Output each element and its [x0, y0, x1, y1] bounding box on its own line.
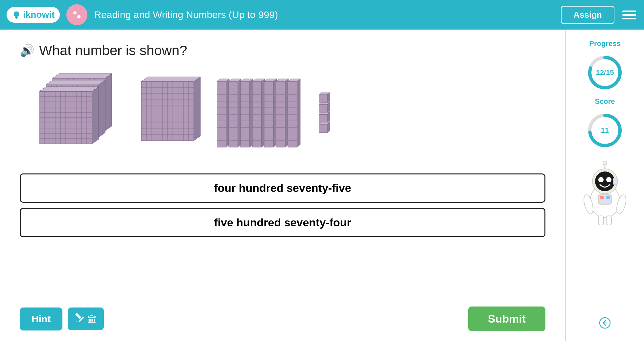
svg-marker-172 [297, 79, 300, 147]
svg-point-4 [77, 15, 80, 18]
svg-marker-46 [99, 80, 105, 137]
svg-marker-87 [141, 77, 200, 81]
svg-point-3 [73, 11, 77, 14]
svg-marker-184 [327, 122, 330, 133]
score-label: Score [595, 97, 615, 106]
svg-marker-181 [327, 112, 330, 123]
answer-choices: four hundred seventy-five five hundred s… [20, 173, 545, 237]
svg-point-196 [606, 177, 611, 182]
svg-marker-66 [39, 87, 99, 91]
svg-rect-1 [15, 17, 17, 18]
svg-marker-88 [194, 77, 200, 141]
hundreds-blocks [39, 72, 125, 157]
main-container: 🔊 What number is shown? [0, 30, 644, 341]
hamburger-line [622, 18, 636, 19]
bottom-bar: Hint 🏛 Submit [20, 300, 545, 331]
progress-label: Progress [589, 39, 620, 48]
pencil-icon [75, 313, 85, 323]
svg-rect-202 [606, 196, 610, 199]
question-text: What number is shown? [39, 43, 187, 58]
answer-option-2[interactable]: five hundred seventy-four [20, 208, 545, 237]
logo-text: iknowit [23, 10, 55, 20]
question-header: 🔊 What number is shown? [20, 43, 545, 58]
svg-rect-205 [598, 216, 604, 225]
svg-rect-173 [319, 95, 327, 103]
hamburger-line [622, 11, 636, 12]
dice-icon [66, 4, 87, 25]
hamburger-line [622, 14, 636, 16]
lesson-title: Reading and Writing Numbers (Up to 999) [94, 9, 554, 20]
svg-marker-175 [327, 93, 330, 103]
sidebar: Progress 12/15 Score 11 [565, 30, 644, 341]
svg-marker-25 [105, 74, 112, 131]
pencil-button[interactable]: 🏛 [68, 307, 104, 330]
robot-mascot [577, 158, 633, 229]
svg-marker-24 [53, 74, 112, 78]
svg-rect-187 [75, 313, 81, 319]
svg-rect-199 [613, 178, 618, 185]
hint-button[interactable]: Hint [20, 307, 62, 330]
content-area: 🔊 What number is shown? [0, 30, 565, 341]
back-arrow-icon [599, 317, 611, 329]
tens-blocks [217, 75, 309, 157]
answer-option-1[interactable]: four hundred seventy-five [20, 173, 545, 203]
svg-rect-206 [606, 216, 611, 225]
svg-rect-182 [319, 124, 327, 133]
svg-marker-67 [92, 87, 99, 144]
svg-point-0 [14, 11, 19, 17]
progress-value: 12/15 [596, 68, 614, 77]
progress-circle: 12/15 [587, 55, 623, 91]
ones-blocks [319, 75, 345, 157]
svg-point-194 [595, 171, 615, 191]
score-circle: 11 [587, 112, 623, 148]
logo-bulb-icon [12, 10, 21, 19]
back-button[interactable] [599, 317, 611, 331]
svg-marker-178 [327, 102, 330, 113]
svg-marker-45 [46, 80, 105, 85]
hamburger-menu-button[interactable] [621, 9, 637, 21]
submit-button[interactable]: Submit [468, 307, 545, 331]
svg-rect-179 [319, 114, 327, 123]
header: iknowit Reading and Writing Numbers (Up … [0, 0, 644, 30]
svg-rect-201 [600, 196, 604, 199]
svg-point-195 [598, 177, 604, 182]
blocks-visual [20, 65, 545, 164]
svg-rect-176 [319, 104, 327, 113]
assign-button[interactable]: Assign [561, 6, 614, 24]
svg-marker-186 [76, 321, 77, 322]
score-value: 11 [601, 126, 609, 135]
svg-rect-200 [598, 194, 611, 204]
speaker-icon[interactable]: 🔊 [20, 44, 34, 57]
hundred-block-extra [135, 75, 207, 157]
svg-point-198 [603, 161, 607, 165]
logo: iknowit [7, 7, 60, 23]
